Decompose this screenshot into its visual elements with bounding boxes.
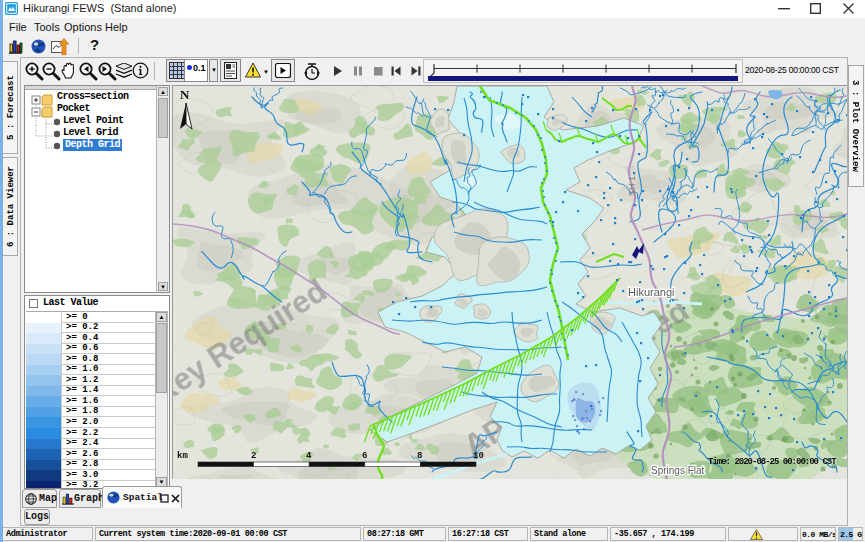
svg-text:SH 1: SH 1 (627, 176, 637, 196)
svg-text:3 : Plot Overview: 3 : Plot Overview (850, 80, 860, 172)
svg-text:Springs Flat: Springs Flat (651, 465, 705, 476)
svg-text:10: 10 (473, 451, 484, 461)
svg-text:6: 6 (362, 451, 367, 461)
svg-text:N: N (180, 87, 190, 102)
svg-text:4: 4 (306, 451, 312, 461)
svg-text:2: 2 (251, 451, 256, 461)
svg-text:8: 8 (417, 451, 422, 461)
svg-text:km: km (177, 451, 188, 461)
svg-text:Hikurangi: Hikurangi (628, 286, 674, 298)
svg-text:5 : Forecast: 5 : Forecast (6, 75, 16, 140)
svg-text:Time: 2020-08-25 00:00:00 CST: Time: 2020-08-25 00:00:00 CST (708, 457, 837, 467)
svg-text:6 : Data Viewer: 6 : Data Viewer (6, 166, 16, 247)
